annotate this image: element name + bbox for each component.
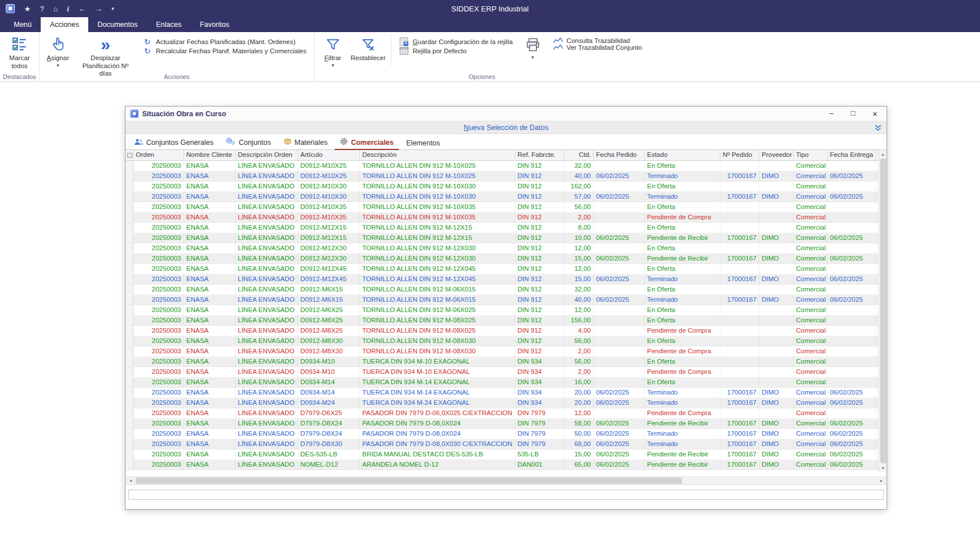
cell-orden[interactable]: 20250003	[134, 388, 184, 397]
cell-proveedor[interactable]: DIMO	[759, 439, 794, 449]
cell-num_pedido[interactable]: 17000167	[720, 460, 759, 470]
cell-descripcion[interactable]: TORNILLO ALLEN DIN 912 M-10X025	[360, 161, 515, 171]
tab-materiales[interactable]: Materiales	[279, 136, 333, 150]
table-row[interactable]: 20250003ENASALÍNEA ENVASADOD0934-M14TUER…	[126, 388, 879, 398]
favorites-star-icon[interactable]: ★	[24, 5, 31, 13]
cell-fecha_pedido[interactable]	[594, 336, 645, 346]
cell-num_pedido[interactable]	[720, 182, 759, 191]
cell-tipo[interactable]: Comercial	[794, 326, 828, 336]
cell-ctd[interactable]: 8,00	[565, 223, 594, 232]
cell-ref_fabrcte[interactable]: DIN 7979	[515, 419, 565, 428]
desplazar-planificacion-button[interactable]: » Desplazar Planificación Nº días	[73, 33, 138, 78]
cell-ctd[interactable]: 40,00	[565, 295, 594, 305]
cell-desc_orden[interactable]: LÍNEA ENVASADO	[236, 274, 298, 284]
cell-fecha_entrega[interactable]	[828, 264, 876, 274]
menu-button[interactable]: Menú	[5, 17, 41, 32]
cell-cliente[interactable]: ENASA	[184, 429, 236, 439]
cell-orden[interactable]: 20250003	[134, 223, 184, 232]
cell-tipo[interactable]: Comercial	[794, 233, 828, 243]
cell-fecha_entrega[interactable]: 06/02/2025	[828, 460, 876, 470]
cell-num_pedido[interactable]: 17000167	[720, 439, 759, 449]
cell-ref_fabrcte[interactable]: 535-LB	[515, 449, 565, 459]
cell-tipo[interactable]: Comercial	[794, 243, 828, 253]
table-row[interactable]: 20250003ENASALÍNEA ENVASADOD7979-D8X24PA…	[126, 429, 879, 439]
cell-orden[interactable]: 20250003	[134, 305, 184, 315]
column-header-proveedor[interactable]: Proveedor	[759, 150, 794, 160]
table-row[interactable]: 20250003ENASALÍNEA ENVASADOD0912-M10X35T…	[126, 212, 879, 223]
cell-num_pedido[interactable]	[720, 223, 759, 232]
cell-articulo[interactable]: D0912-M6X15	[298, 295, 360, 305]
cell-articulo[interactable]: DES-535-LB	[298, 449, 360, 459]
cell-ctd[interactable]: 58,00	[565, 419, 594, 428]
cell-fecha_entrega[interactable]	[828, 408, 876, 418]
cell-desc_orden[interactable]: LÍNEA ENVASADO	[236, 264, 298, 274]
cell-proveedor[interactable]: DIMO	[759, 274, 794, 284]
cell-fecha_entrega[interactable]	[828, 243, 876, 253]
cell-estado[interactable]: Terminado	[645, 171, 720, 181]
cell-proveedor[interactable]	[759, 285, 794, 294]
cell-descripcion[interactable]: TORNILLO ALLEN DIN 912 M-10X030	[360, 192, 515, 202]
cell-fecha_entrega[interactable]: 06/02/2025	[828, 295, 876, 305]
cell-orden[interactable]: 20250003	[134, 171, 184, 181]
cell-estado[interactable]: En Oferta	[645, 182, 720, 191]
cell-orden[interactable]: 20250003	[134, 460, 184, 470]
cell-proveedor[interactable]	[759, 161, 794, 171]
cell-orden[interactable]: 20250003	[134, 429, 184, 439]
tab-elementos[interactable]: Elementos	[401, 138, 445, 150]
cell-articulo[interactable]: D0912-M10X30	[298, 192, 360, 202]
cell-num_pedido[interactable]: 17000167	[720, 429, 759, 439]
cell-fecha_entrega[interactable]: 06/02/2025	[828, 254, 876, 263]
cell-proveedor[interactable]	[759, 305, 794, 315]
cell-articulo[interactable]: D0912-M8X25	[298, 326, 360, 336]
cell-tipo[interactable]: Comercial	[794, 212, 828, 222]
cell-estado[interactable]: Pendiente de Recibir	[645, 233, 720, 243]
cell-num_pedido[interactable]	[720, 202, 759, 212]
cell-fecha_pedido[interactable]: 06/02/2025	[594, 398, 645, 408]
close-button[interactable]: ×	[872, 109, 877, 118]
cell-estado[interactable]: Pendiente de Compra	[645, 367, 720, 377]
cell-descripcion[interactable]: ARANDELA NOMEL D-12	[360, 460, 515, 470]
table-row[interactable]: 20250003ENASALÍNEA ENVASADOD0912-M8X30TO…	[126, 336, 879, 346]
asignar-button[interactable]: Asignar ▾	[42, 33, 73, 68]
cell-cliente[interactable]: ENASA	[184, 192, 236, 202]
cell-fecha_pedido[interactable]: 06/02/2025	[594, 429, 645, 439]
cell-ctd[interactable]: 57,00	[565, 192, 594, 202]
cell-num_pedido[interactable]	[720, 367, 759, 377]
cell-ctd[interactable]: 15,00	[565, 449, 594, 459]
cell-descripcion[interactable]: TORNILLO ALLEN DIN 912 M-12X030	[360, 243, 515, 253]
cell-tipo[interactable]: Comercial	[794, 346, 828, 356]
cell-fecha_pedido[interactable]	[594, 346, 645, 356]
cell-ctd[interactable]: 40,00	[565, 171, 594, 181]
cell-orden[interactable]: 20250003	[134, 192, 184, 202]
cell-num_pedido[interactable]: 17000167	[720, 419, 759, 428]
cell-cliente[interactable]: ENASA	[184, 243, 236, 253]
home-icon[interactable]: ⌂	[53, 5, 58, 13]
table-row[interactable]: 20250003ENASALÍNEA ENVASADOD0912-M12X30T…	[126, 243, 879, 254]
cell-orden[interactable]: 20250003	[134, 336, 184, 346]
cell-num_pedido[interactable]	[720, 161, 759, 171]
cell-fecha_entrega[interactable]	[828, 316, 876, 325]
horizontal-scrollbar[interactable]: ◂ ▸	[126, 476, 886, 485]
restablecer-button[interactable]: Restablecer	[348, 33, 388, 62]
cell-descripcion[interactable]: TORNILLO ALLEN DIN 912 M-10X030	[360, 182, 515, 191]
horizontal-scrollbar-thumb[interactable]	[136, 478, 682, 484]
cell-proveedor[interactable]	[759, 336, 794, 346]
cell-proveedor[interactable]	[759, 182, 794, 191]
cell-fecha_entrega[interactable]: 06/02/2025	[828, 419, 876, 428]
cell-fecha_pedido[interactable]: 06/02/2025	[594, 254, 645, 263]
cell-ctd[interactable]: 2,00	[565, 346, 594, 356]
table-row[interactable]: 20250003ENASALÍNEA ENVASADOD0912-M6X15TO…	[126, 285, 879, 295]
cell-desc_orden[interactable]: LÍNEA ENVASADO	[236, 223, 298, 232]
cell-orden[interactable]: 20250003	[134, 377, 184, 387]
cell-tipo[interactable]: Comercial	[794, 182, 828, 191]
cell-estado[interactable]: Terminado	[645, 388, 720, 397]
cell-ctd[interactable]: 56,00	[565, 336, 594, 346]
cell-orden[interactable]: 20250003	[134, 316, 184, 325]
cell-desc_orden[interactable]: LÍNEA ENVASADO	[236, 419, 298, 428]
tab-documentos[interactable]: Documentos	[88, 17, 147, 32]
column-header-descripcion[interactable]: Descripción	[360, 150, 515, 160]
forward-icon[interactable]: →	[95, 5, 102, 13]
cell-articulo[interactable]: D0912-M10X25	[298, 171, 360, 181]
cell-descripcion[interactable]: TORNILLO ALLEN DIN 912 M-08X030	[360, 346, 515, 356]
cell-ref_fabrcte[interactable]: DIN 912	[515, 305, 565, 315]
